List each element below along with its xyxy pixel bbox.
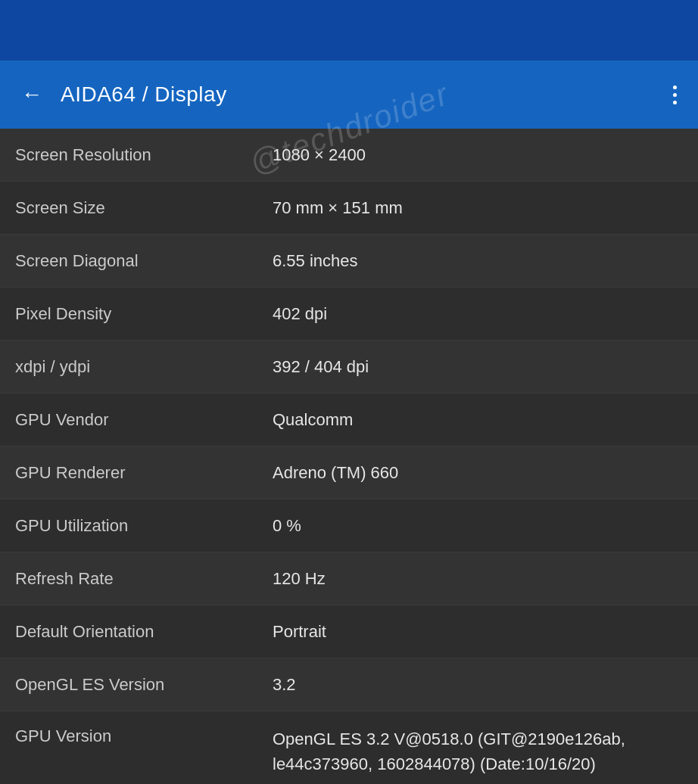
row-value: 392 / 404 dpi — [257, 341, 698, 393]
row-value: 1080 × 2400 — [257, 129, 698, 181]
back-button[interactable]: ← — [15, 76, 48, 113]
content-area: Screen Resolution1080 × 2400Screen Size7… — [0, 129, 698, 784]
table-row: Pixel Density402 dpi — [0, 288, 698, 341]
table-row: Refresh Rate120 Hz — [0, 552, 698, 605]
row-label: xdpi / ydpi — [0, 341, 257, 393]
row-label: Screen Size — [0, 182, 257, 234]
row-value: 0 % — [257, 499, 698, 552]
row-label: GPU Version — [0, 711, 257, 784]
row-value: 3.2 — [257, 658, 698, 711]
row-label: OpenGL ES Version — [0, 658, 257, 711]
table-row: GPU VendorQualcomm — [0, 394, 698, 446]
row-label: Pixel Density — [0, 288, 257, 340]
table-row: GPU Utilization0 % — [0, 499, 698, 552]
table-row: GPU VersionOpenGL ES 3.2 V@0518.0 (GIT@2… — [0, 711, 698, 784]
row-value: 120 Hz — [257, 552, 698, 605]
table-row: GPU RendererAdreno (TM) 660 — [0, 446, 698, 499]
table-row: OpenGL ES Version3.2 — [0, 658, 698, 711]
row-value: 402 dpi — [257, 288, 698, 340]
row-label: GPU Utilization — [0, 499, 257, 552]
table-row: Screen Resolution1080 × 2400 — [0, 129, 698, 182]
table-row: Default OrientationPortrait — [0, 605, 698, 658]
app-bar: ← AIDA64 / Display — [0, 61, 698, 129]
more-button[interactable] — [667, 79, 683, 110]
row-value: 6.55 inches — [257, 235, 698, 287]
table-row: Screen Size70 mm × 151 mm — [0, 182, 698, 235]
row-label: Refresh Rate — [0, 552, 257, 605]
app-title: AIDA64 / Display — [61, 82, 667, 107]
status-bar — [0, 0, 698, 61]
row-label: GPU Vendor — [0, 394, 257, 446]
row-label: GPU Renderer — [0, 446, 257, 499]
table-row: xdpi / ydpi392 / 404 dpi — [0, 341, 698, 394]
row-value: Qualcomm — [257, 394, 698, 446]
row-label: Default Orientation — [0, 605, 257, 658]
table-row: Screen Diagonal6.55 inches — [0, 235, 698, 288]
row-label: Screen Resolution — [0, 129, 257, 181]
row-value: Adreno (TM) 660 — [257, 446, 698, 499]
row-label: Screen Diagonal — [0, 235, 257, 287]
row-value: Portrait — [257, 605, 698, 658]
row-value: OpenGL ES 3.2 V@0518.0 (GIT@2190e126ab, … — [257, 711, 698, 784]
row-value: 70 mm × 151 mm — [257, 182, 698, 234]
